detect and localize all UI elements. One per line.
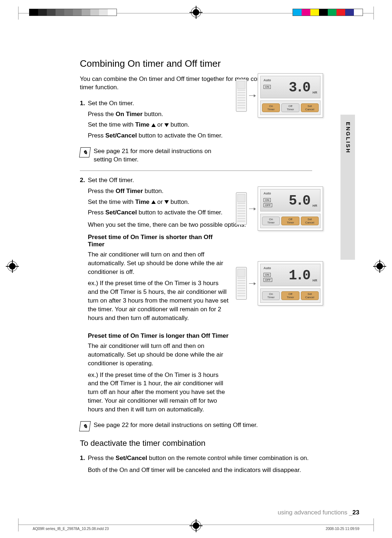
lcd-time-value: 1.0 [289, 268, 309, 283]
step-number: 1. [80, 454, 88, 463]
registration-mark-icon [375, 261, 385, 271]
lcd-hr-label: HR [313, 204, 317, 208]
pointer-icon [249, 95, 256, 96]
lcd-time-value: 5.0 [289, 193, 309, 209]
lcd-set-cancel-button: SetCancel [301, 103, 319, 112]
step-line: Both of the On and Off timer will be can… [88, 466, 323, 475]
lcd-hr-label: HR [313, 279, 317, 282]
note-text: See page 22 for more detail instructions… [94, 421, 258, 431]
step-line: Set the Off timer. [88, 176, 323, 185]
illustration-2: Auto ON OFF 5.0 HR OnTimer OffTimer SetC… [236, 186, 323, 231]
file-meta: AQ09R series_IB_E_29878A_10.25.08.indd 2… [33, 527, 109, 531]
note-icon: ✎ [79, 147, 91, 157]
note-block: ✎ See page 22 for more detail instructio… [80, 421, 323, 431]
print-metadata: AQ09R series_IB_E_29878A_10.25.08.indd 2… [33, 527, 359, 531]
illustration-3: Auto ON OFF 1.0 HR OnTimer OffTimer SetC… [236, 261, 323, 305]
page-footer: using advanced functions _23 [278, 509, 359, 516]
remote-icon [236, 192, 247, 225]
lcd-off-timer-button: OffTimer [281, 217, 299, 225]
lcd-hr-label: HR [313, 91, 317, 94]
lcd-on-badge: ON [264, 85, 271, 89]
triangle-up-icon [151, 123, 156, 127]
remote-icon [236, 267, 247, 300]
lcd-panel: Auto ON OFF 1.0 HR OnTimer OffTimer SetC… [258, 261, 323, 305]
footer-section: using advanced functions _ [278, 509, 352, 516]
lcd-off-badge: OFF [264, 203, 272, 207]
language-label: ENGLISH [345, 122, 351, 154]
page-number: 23 [352, 509, 359, 516]
option-example: ex.) If the preset time of the On Timer … [88, 371, 229, 414]
lcd-on-badge: ON [264, 273, 271, 277]
step-line: Set the time with Time or button. [88, 120, 323, 129]
color-bar-left [29, 9, 117, 16]
deactivate-steps: 1. Press the Set/Cancel button on the re… [80, 454, 323, 475]
option-text: The air conditioner will turn off and th… [88, 342, 229, 367]
lcd-on-timer-button: OnTimer [262, 217, 280, 225]
lcd-panel: Auto ON OFF 5.0 HR OnTimer OffTimer SetC… [258, 186, 323, 231]
color-bar-right [293, 9, 363, 16]
note-text: See page 21 for more detail instructions… [94, 147, 221, 164]
lcd-off-timer-button: OffTimer [281, 291, 299, 300]
lcd-on-timer-button: OnTimer [262, 291, 280, 300]
option-title: Preset time of On Timer is shorter than … [88, 234, 229, 248]
language-tab: ENGLISH [340, 115, 355, 260]
lcd-on-badge: ON [264, 198, 271, 202]
option-example: ex.) If the preset time of the On Timer … [88, 279, 229, 322]
timestamp-meta: 2008-10-25 11:09:59 [326, 527, 359, 531]
step-number: 2. [80, 176, 88, 185]
page-content: Combining On timer and Off timer You can… [80, 58, 323, 477]
triangle-down-icon [164, 200, 169, 204]
option-text: The air conditioner will turn on and the… [88, 250, 229, 276]
pointer-icon [249, 283, 256, 284]
divider [80, 171, 312, 171]
triangle-up-icon [151, 200, 156, 204]
lcd-off-timer-button: OffTimer [281, 103, 299, 112]
section-heading: Combining On timer and Off timer [80, 58, 323, 69]
step-line: Press Set/Cancel button to activate the … [88, 131, 323, 140]
deactivate-heading: To deactivate the timer combination [80, 439, 323, 448]
lcd-off-badge: OFF [264, 278, 272, 282]
lcd-set-cancel-button: SetCancel [301, 217, 319, 225]
step-number: 1. [80, 99, 88, 108]
registration-mark-icon [191, 7, 201, 17]
remote-icon [236, 79, 247, 112]
registration-mark-icon [7, 261, 17, 271]
step-line: Press the Set/Cancel button on the remot… [88, 454, 323, 463]
option-b: Preset time of On Timer is longer than O… [88, 332, 323, 414]
triangle-down-icon [164, 123, 169, 127]
lcd-on-timer-button: OnTimer [262, 103, 280, 112]
note-block: ✎ See page 21 for more detail instructio… [80, 147, 323, 164]
lcd-panel: Auto ON 3.0 HR OnTimer OffTimer SetCance… [258, 73, 323, 118]
option-title: Preset time of On Timer is longer than O… [88, 332, 229, 340]
pointer-icon [249, 209, 256, 209]
lcd-time-value: 3.0 [289, 80, 309, 95]
lcd-set-cancel-button: SetCancel [301, 291, 319, 300]
note-icon: ✎ [79, 421, 91, 431]
illustration-1: Auto ON 3.0 HR OnTimer OffTimer SetCance… [236, 73, 323, 118]
